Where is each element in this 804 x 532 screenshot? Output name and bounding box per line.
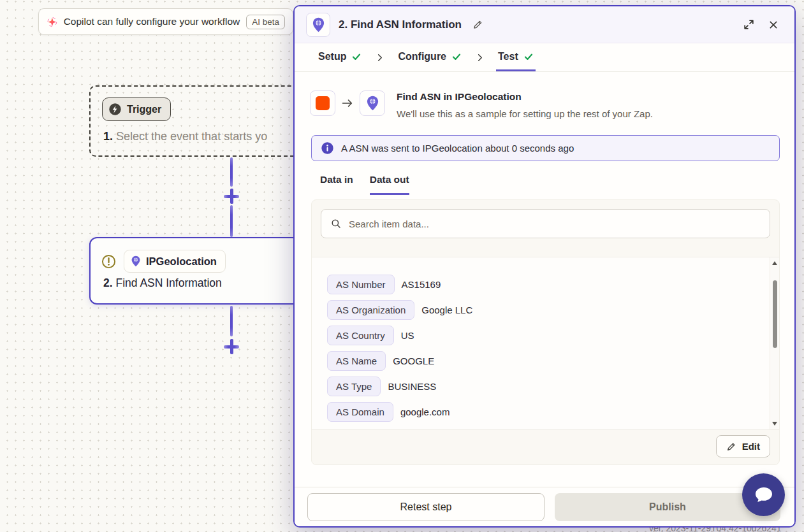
pencil-icon xyxy=(472,19,483,30)
search-box[interactable] xyxy=(321,209,770,238)
check-icon xyxy=(351,52,362,62)
info-icon xyxy=(321,141,334,155)
field-pill[interactable]: AS Country xyxy=(327,326,394,345)
app-badge-label: IPGeolocation xyxy=(146,255,217,268)
step-progress-nav: Setup Configure Test xyxy=(295,43,794,72)
close-icon xyxy=(768,20,778,30)
app-icon-square xyxy=(306,13,330,37)
field-row: AS Number AS15169 xyxy=(327,271,779,297)
field-row: AS Type BUSINESS xyxy=(327,373,779,399)
sample-title: Find ASN in IPGeolocation xyxy=(397,91,653,103)
step-card-title: 2. Find ASN Information xyxy=(103,277,222,290)
field-pill[interactable]: AS Name xyxy=(327,351,386,371)
check-icon xyxy=(451,52,462,62)
arrow-right-icon xyxy=(342,98,353,108)
warning-icon xyxy=(101,254,116,269)
data-out-card: AS Number AS15169 AS Organization Google… xyxy=(311,199,780,465)
close-panel-button[interactable] xyxy=(765,17,782,33)
search-icon xyxy=(330,218,342,229)
ai-beta-badge: AI beta xyxy=(246,15,285,29)
field-row: AS Domain google.com xyxy=(327,399,779,424)
trigger-badge-label: Trigger xyxy=(127,104,161,115)
rename-step-button[interactable] xyxy=(470,17,486,33)
location-pin-icon xyxy=(131,255,141,267)
step-card-ipgeolocation[interactable]: IPGeolocation 2. Find ASN Information xyxy=(89,237,300,305)
test-result-text: A ASN was sent to IPGeolocation about 0 … xyxy=(341,143,574,154)
copilot-sparkle-icon xyxy=(47,16,57,28)
edit-button-label: Edit xyxy=(742,441,760,452)
trigger-placeholder-card[interactable]: Trigger 1. Select the event that starts … xyxy=(89,85,300,157)
edit-button[interactable]: Edit xyxy=(716,435,770,457)
add-step-button-2[interactable] xyxy=(223,338,240,356)
tab-test[interactable]: Test xyxy=(496,43,536,71)
panel-title: 2. Find ASN Information xyxy=(339,18,462,31)
trigger-app-icon xyxy=(316,96,330,110)
field-value: US xyxy=(401,330,414,341)
expand-panel-button[interactable] xyxy=(740,17,757,33)
panel-header: 2. Find ASN Information xyxy=(295,6,794,43)
copilot-banner[interactable]: Copilot can fully configure your workflo… xyxy=(38,8,293,35)
panel-footer: Retest step Publish xyxy=(295,487,794,526)
trigger-badge[interactable]: Trigger xyxy=(102,97,171,121)
scrollbar-thumb[interactable] xyxy=(773,280,777,348)
add-step-button-1[interactable] xyxy=(223,187,240,205)
pencil-icon xyxy=(726,442,736,452)
field-pill[interactable]: AS Organization xyxy=(327,300,414,320)
trigger-app-icon-square xyxy=(310,90,335,116)
chat-bubble-icon xyxy=(752,484,775,507)
chevron-right-icon xyxy=(375,43,384,71)
scroll-up-arrow[interactable] xyxy=(772,261,777,265)
expand-icon xyxy=(743,18,755,31)
app-badge-ipgeolocation[interactable]: IPGeolocation xyxy=(124,250,226,273)
field-pill[interactable]: AS Domain xyxy=(327,402,393,422)
tab-setup[interactable]: Setup xyxy=(316,43,363,71)
field-row-clipped xyxy=(327,424,779,430)
lightning-bolt-icon xyxy=(108,103,122,116)
location-pin-icon xyxy=(366,96,379,111)
action-app-icon-square xyxy=(360,90,385,116)
retest-step-button[interactable]: Retest step xyxy=(307,493,545,521)
field-list-scrollbar[interactable] xyxy=(770,257,779,429)
connector-line xyxy=(230,205,233,237)
tab-data-out[interactable]: Data out xyxy=(370,174,409,195)
search-input[interactable] xyxy=(349,219,761,229)
field-value: AS15169 xyxy=(402,279,441,290)
check-icon xyxy=(523,52,534,62)
trigger-step-title: 1. Select the event that starts yo xyxy=(103,130,267,143)
field-value: BUSINESS xyxy=(388,381,436,392)
field-value: google.com xyxy=(400,406,450,417)
field-value: GOOGLE xyxy=(393,356,434,366)
location-pin-icon xyxy=(312,17,325,32)
field-pill[interactable]: AS Number xyxy=(327,275,395,294)
scroll-down-arrow[interactable] xyxy=(772,422,777,426)
field-row: AS Name GOOGLE xyxy=(327,348,779,373)
step-details-panel: 2. Find ASN Information Setup xyxy=(293,5,796,528)
sample-summary: Find ASN in IPGeolocation We'll use this… xyxy=(310,90,653,119)
chat-widget-button[interactable] xyxy=(742,473,785,516)
field-row: AS Country US xyxy=(327,322,779,348)
connector-line xyxy=(230,157,233,187)
copilot-banner-text: Copilot can fully configure your workflo… xyxy=(64,16,240,27)
data-tabs: Data in Data out xyxy=(320,174,409,195)
tab-configure[interactable]: Configure xyxy=(396,43,464,71)
connector-line xyxy=(230,306,233,336)
tab-data-in[interactable]: Data in xyxy=(320,174,353,195)
sample-subtitle: We'll use this as a sample for setting u… xyxy=(397,108,653,119)
field-row: AS Organization Google LLC xyxy=(327,297,779,322)
field-pill[interactable]: AS Type xyxy=(327,377,381,396)
field-value: Google LLC xyxy=(421,305,472,315)
field-list: AS Number AS15169 AS Organization Google… xyxy=(312,257,779,430)
test-result-banner: A ASN was sent to IPGeolocation about 0 … xyxy=(311,135,780,161)
chevron-right-icon xyxy=(475,43,485,71)
